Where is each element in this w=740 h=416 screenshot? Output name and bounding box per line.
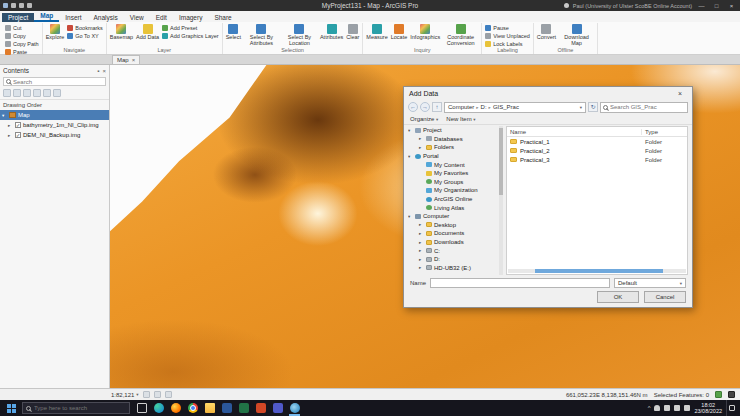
select-by-location-button[interactable]: Select By Location xyxy=(282,23,317,46)
tab-share[interactable]: Share xyxy=(208,13,237,22)
volume-icon[interactable] xyxy=(684,405,690,411)
dialog-title-bar[interactable]: Add Data × xyxy=(404,87,692,100)
copy-button[interactable]: Copy xyxy=(5,32,39,39)
close-button[interactable]: × xyxy=(726,3,737,9)
measure-button[interactable]: Measure xyxy=(366,23,387,41)
tree-item-my-groups[interactable]: My Groups xyxy=(408,178,497,187)
dialog-search-box[interactable] xyxy=(600,102,688,113)
pause-drawing-icon[interactable] xyxy=(154,391,161,398)
contents-search-input[interactable] xyxy=(13,79,103,85)
contents-search[interactable] xyxy=(3,77,106,86)
expander-icon[interactable]: ▾ xyxy=(408,128,413,133)
cut-button[interactable]: Cut xyxy=(5,24,39,31)
edge-app-button[interactable] xyxy=(150,400,167,416)
maximize-button[interactable]: □ xyxy=(711,3,722,9)
tree-item-portal[interactable]: ▾Portal xyxy=(408,152,497,161)
lock-labels-button[interactable]: Lock Labels xyxy=(485,40,530,47)
powerpoint-app-button[interactable] xyxy=(252,400,269,416)
close-view-icon[interactable]: × xyxy=(132,57,136,63)
tree-item-e-drive[interactable]: ▸HD-UB32 (E:) xyxy=(408,264,497,273)
tab-edit[interactable]: Edit xyxy=(150,13,173,22)
tray-chevron-up-icon[interactable]: ^ xyxy=(648,405,651,411)
shield-icon[interactable] xyxy=(664,405,670,411)
layout-icon[interactable] xyxy=(728,391,735,398)
tree-item-downloads[interactable]: ▸Downloads xyxy=(408,238,497,247)
selected-features-readout[interactable]: Selected Features: 0 xyxy=(654,392,709,398)
pin-icon[interactable]: ▪ xyxy=(97,68,99,74)
list-by-labeling-icon[interactable] xyxy=(53,89,61,97)
chrome-app-button[interactable] xyxy=(184,400,201,416)
expander-icon[interactable]: ▾ xyxy=(2,113,7,118)
expander-icon[interactable]: ▾ xyxy=(408,214,413,219)
taskbar-search-input[interactable] xyxy=(34,405,126,411)
expander-icon[interactable]: ▸ xyxy=(419,248,424,253)
word-app-button[interactable] xyxy=(218,400,235,416)
organize-button[interactable]: Organize ▾ xyxy=(410,116,438,122)
expander-icon[interactable]: ▸ xyxy=(419,265,424,270)
convert-button[interactable]: Convert xyxy=(537,23,556,41)
close-pane-icon[interactable]: × xyxy=(102,68,106,74)
layer-checkbox[interactable]: ✓ xyxy=(15,122,21,128)
notifications-icon[interactable] xyxy=(564,3,569,8)
expander-icon[interactable]: ▸ xyxy=(419,257,424,262)
explore-button[interactable]: Explore xyxy=(46,23,65,41)
tree-item-living-atlas[interactable]: Living Atlas xyxy=(408,203,497,212)
contents-item-dem-layer[interactable]: ▸ ✓ DEM_NI_Backup.img xyxy=(0,130,109,140)
column-type[interactable]: Type xyxy=(642,129,687,135)
back-button[interactable]: ← xyxy=(408,102,418,112)
dialog-close-icon[interactable]: × xyxy=(673,90,687,97)
contents-item-bathymetry-layer[interactable]: ▸ ✓ bathymetry_1m_NI_Clip.img xyxy=(0,120,109,130)
undo-icon[interactable] xyxy=(19,3,24,8)
list-by-drawing-order-icon[interactable] xyxy=(3,89,11,97)
tree-item-documents[interactable]: ▸Documents xyxy=(408,229,497,238)
tree-item-my-organization[interactable]: My Organization xyxy=(408,186,497,195)
layer-checkbox[interactable]: ✓ xyxy=(15,132,21,138)
expander-icon[interactable]: ▾ xyxy=(408,154,413,159)
bookmarks-button[interactable]: Bookmarks xyxy=(67,24,103,31)
column-name[interactable]: Name xyxy=(507,129,642,135)
ok-button[interactable]: OK xyxy=(597,291,639,303)
select-button[interactable]: Select xyxy=(226,23,241,41)
tab-analysis[interactable]: Analysis xyxy=(88,13,124,22)
infographics-button[interactable]: Infographics xyxy=(410,23,440,41)
list-item-practical-1[interactable]: Practical_1 Folder xyxy=(507,137,687,146)
add-data-button[interactable]: Add Data xyxy=(136,23,159,41)
breadcrumb-dropdown-icon[interactable]: ▾ xyxy=(580,105,582,110)
tab-project[interactable]: Project xyxy=(2,13,34,22)
file-explorer-button[interactable] xyxy=(201,400,218,416)
dialog-search-input[interactable] xyxy=(610,104,685,110)
firefox-app-button[interactable] xyxy=(167,400,184,416)
list-by-snapping-icon[interactable] xyxy=(43,89,51,97)
go-to-xy-button[interactable]: Go To XY xyxy=(67,32,103,39)
add-preset-button[interactable]: Add Preset xyxy=(162,24,219,31)
arcgis-pro-app-button[interactable] xyxy=(286,400,303,416)
list-by-editing-icon[interactable] xyxy=(33,89,41,97)
tree-item-databases[interactable]: ▸Databases xyxy=(408,135,497,144)
breadcrumb[interactable]: Computer ▸ D: ▸ GIS_Prac ▾ xyxy=(444,102,586,113)
globe-icon[interactable] xyxy=(715,391,722,398)
tree-item-project[interactable]: ▾Project xyxy=(408,126,497,135)
teams-app-button[interactable] xyxy=(269,400,286,416)
save-icon[interactable] xyxy=(11,3,16,8)
list-item-practical-2[interactable]: Practical_2 Folder xyxy=(507,146,687,155)
forward-button[interactable]: → xyxy=(420,102,430,112)
expander-icon[interactable]: ▸ xyxy=(419,240,424,245)
map-scale-dropdown[interactable]: 1:82,121 ▾ xyxy=(111,392,139,398)
up-one-level-button[interactable]: ↑ xyxy=(432,102,442,112)
list-item-practical-3[interactable]: Practical_3 Folder xyxy=(507,155,687,164)
snapping-icon[interactable] xyxy=(143,391,150,398)
copy-path-button[interactable]: Copy Path xyxy=(5,40,39,47)
taskbar-search[interactable] xyxy=(22,402,130,414)
basemap-button[interactable]: Basemap xyxy=(110,23,133,41)
contents-item-map[interactable]: ▾ Map xyxy=(0,110,109,120)
network-icon[interactable] xyxy=(674,405,680,411)
minimize-button[interactable]: — xyxy=(696,3,707,9)
cancel-button[interactable]: Cancel xyxy=(644,291,686,303)
action-center-button[interactable] xyxy=(726,400,737,416)
coordinate-conversion-button[interactable]: Coordinate Conversion xyxy=(443,23,478,46)
refresh-icon[interactable]: ↻ xyxy=(588,102,598,112)
tree-item-folders[interactable]: ▸Folders xyxy=(408,143,497,152)
tree-item-desktop[interactable]: ▸Desktop xyxy=(408,221,497,230)
list-by-selection-icon[interactable] xyxy=(23,89,31,97)
expander-icon[interactable]: ▸ xyxy=(419,136,424,141)
